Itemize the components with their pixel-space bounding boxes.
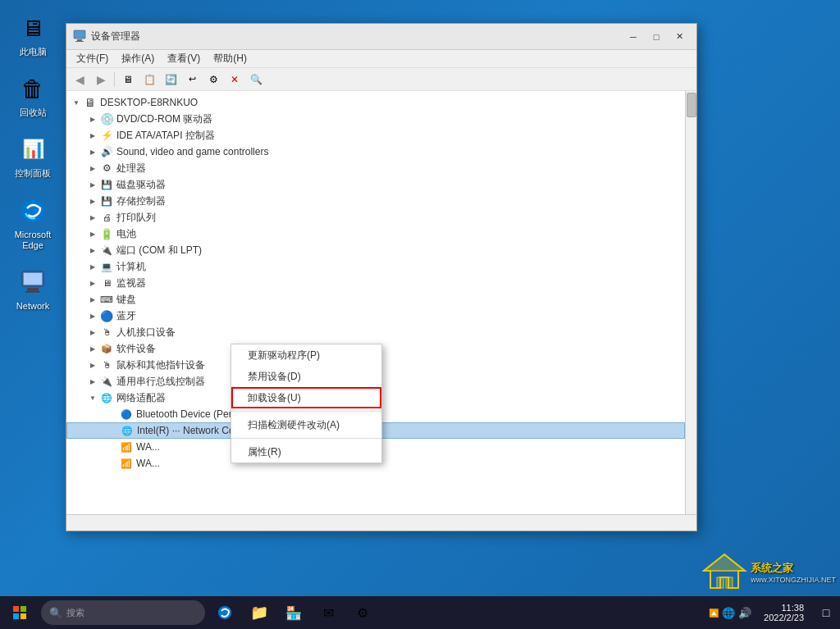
netadapter-label: 网络适配器 [116,391,166,405]
tree-item-storage[interactable]: ▶ 💾 存储控制器 [66,193,685,209]
bluetooth-label: 蓝牙 [116,309,136,323]
print-arrow: ▶ [86,211,99,224]
this-pc-icon: 🖥 [16,11,49,44]
tree-item-hid[interactable]: ▶ 🖱 人机接口设备 [66,324,685,340]
btdev-arrow [106,408,119,421]
tree-item-dvd[interactable]: ▶ 💿 DVD/CD-ROM 驱动器 [66,111,685,127]
svg-rect-3 [25,291,40,293]
start-button[interactable] [0,596,39,629]
tree-item-ide[interactable]: ▶ ⚡ IDE ATA/ATAPI 控制器 [66,127,685,144]
desktop-icon-network[interactable]: Network [4,262,62,315]
tree-item-print[interactable]: ▶ 🖨 打印队列 [66,209,685,226]
mouse-arrow: ▶ [86,358,99,371]
tree-item-battery[interactable]: ▶ 🔋 电池 [66,226,685,242]
context-menu-uninstall[interactable]: 卸载设备(U) [231,387,381,408]
tray-volume-icon: 🔊 [738,607,751,619]
root-label: DESKTOP-E8RNKUO [100,97,198,108]
toolbar: ◀ ▶ 🖥 📋 🔄 ↩ ⚙ ✕ 🔍 [66,68,696,91]
toolbar-computer[interactable]: 🖥 [118,71,138,89]
logo-house-svg [702,553,747,592]
taskbar-explorer-icon[interactable]: 📁 [243,596,276,629]
toolbar-back[interactable]: ◀ [70,71,89,89]
tree-item-monitor[interactable]: ▶ 🖥 监视器 [66,275,685,291]
tray-up-arrow[interactable]: 🔼 [709,608,719,618]
taskbar-clock[interactable]: 11:38 2022/2/23 [756,603,812,622]
computer-icon: 💻 [99,259,114,274]
context-menu-separator2 [231,438,381,439]
toolbar-properties[interactable]: 📋 [139,71,159,89]
search-icon: 🔍 [49,607,62,619]
port-label: 端口 (COM 和 LPT) [116,244,202,258]
menu-help[interactable]: 帮助(H) [207,50,253,67]
toolbar-uninstall[interactable]: ✕ [225,71,244,89]
scrollbar-thumb[interactable] [687,93,696,117]
tree-item-disk[interactable]: ▶ 💾 磁盘驱动器 [66,176,685,193]
close-button[interactable]: ✕ [669,29,690,45]
tree-root[interactable]: ▼ 🖥 DESKTOP-E8RNKUO [66,94,685,111]
tree-item-cpu[interactable]: ▶ ⚙ 处理器 [66,160,685,176]
netadapter-icon: 🌐 [99,390,114,405]
keyboard-arrow: ▶ [86,293,99,306]
maximize-button[interactable]: □ [646,29,667,45]
monitor-arrow: ▶ [86,276,99,289]
context-menu: 更新驱动程序(P) 禁用设备(D) 卸载设备(U) 扫描检测硬件改动(A) 属性… [231,344,382,463]
cpu-arrow: ▶ [86,162,99,175]
desktop: 🖥 此电脑 🗑 回收站 📊 控制面板 Microsoft Edge [0,0,840,629]
desktop-icon-this-pc[interactable]: 🖥 此电脑 [4,8,62,61]
window-title-icon [73,29,86,45]
desktop-icon-recycle[interactable]: 🗑 回收站 [4,69,62,121]
netadapter-arrow: ▼ [86,391,99,404]
logo-watermark: 系统之家 www.XITONGZHIJIA.NET [702,553,836,592]
svg-rect-5 [74,30,85,39]
window-title: 设备管理器 [91,30,623,43]
usc-arrow: ▶ [86,375,99,388]
svg-rect-8 [13,606,19,612]
menu-view[interactable]: 查看(V) [161,50,207,67]
tree-item-sound[interactable]: ▶ 🔊 Sound, video and game controllers [66,144,685,160]
toolbar-forward[interactable]: ▶ [91,71,111,89]
root-arrow: ▼ [70,96,83,109]
tree-item-keyboard[interactable]: ▶ ⌨ 键盘 [66,291,685,308]
tree-item-computer[interactable]: ▶ 💻 计算机 [66,258,685,275]
search-placeholder: 搜索 [66,607,84,619]
desktop-icon-control-panel[interactable]: 📊 控制面板 [4,130,62,182]
taskbar-store-icon[interactable]: 🏪 [277,596,310,629]
context-menu-disable[interactable]: 禁用设备(D) [231,366,381,387]
bluetooth-icon: 🔵 [99,308,114,323]
usc-icon: 🔌 [99,374,114,389]
print-label: 打印队列 [116,211,156,225]
btdev-icon: 🔵 [119,407,134,422]
scrollbar[interactable] [685,91,696,514]
control-panel-label: 控制面板 [15,168,51,179]
port-icon: 🔌 [99,243,114,258]
toolbar-sep-1 [114,72,115,87]
context-menu-scan[interactable]: 扫描检测硬件改动(A) [231,414,381,435]
desktop-icon-edge[interactable]: Microsoft Edge [4,191,62,254]
storage-icon: 💾 [99,194,114,208]
tree-item-port[interactable]: ▶ 🔌 端口 (COM 和 LPT) [66,242,685,258]
taskbar-tray: 🔼 🌐 🔊 11:38 2022/2/23 □ [709,596,840,629]
minimize-button[interactable]: ─ [623,29,644,45]
monitor-label: 监视器 [116,276,146,290]
wa1-label: WA... [136,441,160,453]
this-pc-label: 此电脑 [20,47,47,57]
taskbar-search[interactable]: 🔍 搜索 [41,600,205,625]
taskbar-settings-icon[interactable]: ⚙ [346,596,379,629]
network-icon [16,266,49,299]
hid-icon: 🖱 [99,325,114,340]
toolbar-disable[interactable]: ⚙ [203,71,223,89]
context-menu-properties[interactable]: 属性(R) [231,441,381,463]
toolbar-update-driver[interactable]: 🔄 [161,71,180,89]
notification-btn[interactable]: □ [816,596,836,629]
menu-action[interactable]: 操作(A) [115,50,161,67]
menu-file[interactable]: 文件(F) [70,50,115,67]
window-controls: ─ □ ✕ [623,29,690,45]
tree-item-bluetooth[interactable]: ▶ 🔵 蓝牙 [66,308,685,324]
toolbar-rollback[interactable]: ↩ [182,71,202,89]
toolbar-scan[interactable]: 🔍 [246,71,266,89]
taskbar-app-icons: 📁 🏪 ✉ ⚙ [208,596,379,629]
taskbar-mail-icon[interactable]: ✉ [312,596,345,629]
taskbar-edge-icon[interactable] [208,596,241,629]
svg-rect-9 [21,606,26,612]
context-menu-update-driver[interactable]: 更新驱动程序(P) [231,344,381,366]
